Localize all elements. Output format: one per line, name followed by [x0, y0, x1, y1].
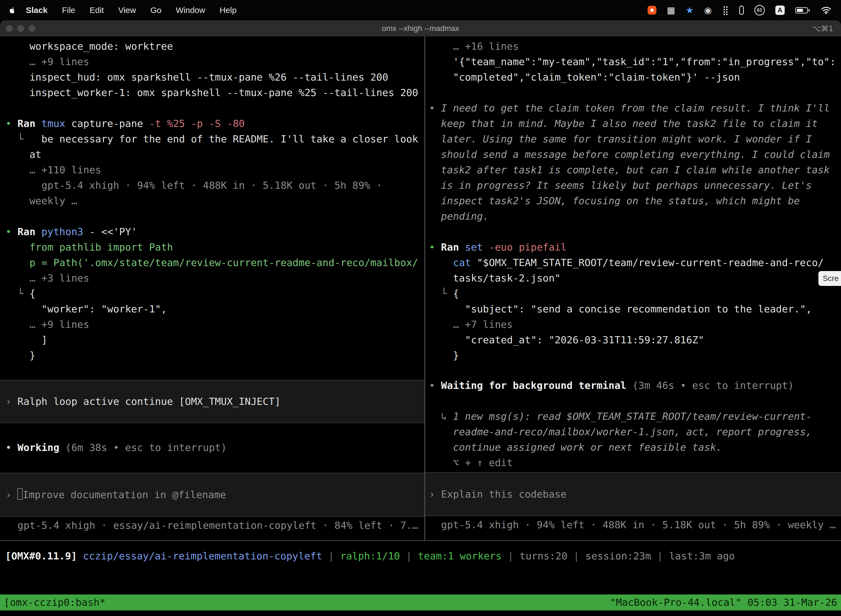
- text-cursor: [18, 488, 23, 500]
- menu-status-icons: ▦★◉⣿61A: [648, 5, 832, 15]
- terminal-line: "worker": "worker-1",: [6, 301, 424, 317]
- menu-item-file[interactable]: File: [55, 6, 82, 15]
- input-source-icon[interactable]: A: [775, 6, 785, 15]
- menu-items: SlackFileEditViewGoWindowHelp: [19, 6, 244, 15]
- text-segment: '{"team_name":"my-team","task_id":"1","f…: [429, 56, 836, 67]
- text-segment: •: [6, 118, 18, 129]
- text-segment: … +9 lines: [6, 56, 89, 67]
- screen-recording-icon[interactable]: [648, 6, 656, 15]
- terminal-line: from pathlib import Path: [6, 239, 424, 255]
- text-segment: cat: [453, 257, 477, 268]
- terminal-line: '{"team_name":"my-team","task_id":"1","f…: [429, 54, 841, 70]
- text-segment: |: [400, 550, 418, 562]
- key-icon[interactable]: [739, 6, 744, 15]
- screen: { "menu_bar": { "items": ["Slack", "File…: [0, 0, 841, 616]
- text-segment: Ralph loop active continue [OMX_TMUX_INJ…: [18, 396, 281, 407]
- menu-item-view[interactable]: View: [111, 6, 143, 15]
- terminal-line: • Ran tmux capture-pane -t %25 -p -S -80: [6, 116, 424, 131]
- menu-item-window[interactable]: Window: [168, 6, 212, 15]
- text-segment: readme-and-reco/mailbox/worker-1.json, a…: [429, 426, 812, 437]
- tmux-host-clock: "MacBook-Pro-44.local" 05:03 31-Mar-26: [610, 595, 837, 610]
- inject-banner[interactable]: › Ralph loop active continue [OMX_TMUX_I…: [0, 380, 424, 423]
- wifi-icon[interactable]: [820, 6, 832, 14]
- menu-item-slack[interactable]: Slack: [19, 6, 55, 15]
- text-segment: Ran: [441, 242, 465, 253]
- prompt-input[interactable]: › Explain this codebase: [425, 472, 841, 516]
- menu-item-help[interactable]: Help: [212, 6, 244, 15]
- spacer: [429, 363, 841, 378]
- text-segment: ralph:1/10: [340, 550, 400, 562]
- traffic-lights: [6, 21, 35, 37]
- terminal-pane-right[interactable]: … +16 lines '{"team_name":"my-team","tas…: [425, 37, 841, 540]
- close-button[interactable]: [6, 25, 13, 32]
- menu-item-go[interactable]: Go: [143, 6, 168, 15]
- text-segment: |: [567, 550, 585, 562]
- text-segment: be necessary for the end of the README. …: [41, 133, 418, 145]
- prompt-input[interactable]: › Improve documentation in @filename: [0, 473, 424, 517]
- apple-menu-icon[interactable]: [9, 7, 15, 14]
- terminal-line: inspect_hud: omx sparkshell --tmux-pane …: [6, 70, 424, 85]
- terminal-line: … +7 lines: [429, 317, 841, 332]
- text-segment: later. Using the same for transition mig…: [429, 133, 812, 145]
- terminal-line: └ {: [6, 286, 424, 301]
- text-segment: ↳: [429, 411, 453, 422]
- model-status: gpt-5.4 xhigh · 94% left · 488K in · 5.1…: [429, 517, 841, 532]
- text-segment: weekly …: [6, 195, 77, 207]
- blue-app-icon[interactable]: ★: [686, 5, 694, 15]
- text-segment: should send a message before completing …: [429, 149, 830, 160]
- text-segment: ⌥ + ↑ edit: [429, 457, 513, 468]
- grid-icon[interactable]: ▦: [667, 5, 675, 15]
- text-segment: |: [322, 550, 340, 562]
- terminal-line: inspect_worker-1: omx sparkshell --tmux-…: [6, 85, 424, 100]
- terminal-line: continue assigned work or next feasible …: [429, 440, 841, 455]
- text-segment: -euo pipefail: [489, 242, 567, 253]
- band-line: › Ralph loop active continue [OMX_TMUX_I…: [6, 394, 281, 409]
- text-segment: •: [429, 242, 441, 253]
- window-shortcut: ⌥⌘1: [813, 24, 833, 33]
- minimize-button[interactable]: [18, 25, 24, 32]
- text-segment: set: [465, 242, 489, 253]
- terminal-pane-left[interactable]: workspace_mode: worktree … +9 lines insp…: [0, 37, 424, 540]
- text-segment: cczip/essay/ai-reimplementation-copyleft: [83, 550, 322, 562]
- terminal-line: [6, 209, 424, 224]
- text-segment: workspace_mode: worktree: [6, 41, 173, 52]
- battery-icon[interactable]: [795, 7, 808, 13]
- text-segment: … +9 lines: [6, 319, 89, 330]
- notification-tooltip[interactable]: Scre: [818, 271, 841, 286]
- terminal-line: ↳ 1 new msg(s): read $OMX_TEAM_STATE_ROO…: [429, 409, 841, 424]
- pane-separator: [0, 540, 841, 541]
- text-segment: ›: [6, 489, 18, 500]
- text-segment: •: [6, 442, 18, 453]
- text-segment: {: [453, 288, 459, 299]
- text-segment: "worker": "worker-1",: [6, 303, 167, 315]
- text-segment: … +7 lines: [429, 319, 513, 330]
- text-segment: turns:20: [520, 550, 567, 562]
- terminal-line: └ {: [429, 286, 841, 301]
- text-segment: Working: [18, 442, 65, 453]
- text-segment: inspect_worker-1: omx sparkshell --tmux-…: [6, 87, 418, 98]
- terminal-line: ]: [6, 332, 424, 348]
- terminal-line: • Ran python3 - <<'PY': [6, 224, 424, 239]
- app-grid-icon[interactable]: ⣿: [722, 5, 729, 15]
- text-segment: (6m 38s • esc to interrupt): [65, 442, 227, 453]
- text-segment: •: [429, 380, 441, 391]
- menu-item-edit[interactable]: Edit: [82, 6, 111, 15]
- battery-percent-icon[interactable]: 61: [755, 5, 765, 15]
- tmux-status-bar: [omx-cczip0:bash* "MacBook-Pro-44.local"…: [0, 594, 841, 610]
- text-segment: gpt-5.4 xhigh · essay/ai-reimplementatio…: [6, 520, 418, 531]
- terminal-line: pending.: [429, 209, 841, 224]
- text-segment: python3: [41, 226, 89, 238]
- text-segment: •: [429, 103, 441, 114]
- camera-app-icon[interactable]: ◉: [704, 5, 712, 15]
- terminal-line: }: [429, 348, 841, 363]
- terminal-line: at: [6, 147, 424, 162]
- text-segment: Ran: [18, 118, 41, 129]
- text-segment: └: [6, 288, 29, 299]
- maximize-button[interactable]: [29, 25, 35, 32]
- menu-bar: SlackFileEditViewGoWindowHelp ▦★◉⣿61A: [0, 0, 841, 21]
- text-segment: "subject": "send a concise recommendatio…: [429, 303, 812, 315]
- text-segment: ]: [6, 334, 47, 346]
- text-segment: p = Path('.omx/state/team/review-current…: [6, 257, 418, 268]
- terminal-line: keep that in mind. Maybe I also need the…: [429, 116, 841, 131]
- text-segment: team:1 workers: [418, 550, 502, 562]
